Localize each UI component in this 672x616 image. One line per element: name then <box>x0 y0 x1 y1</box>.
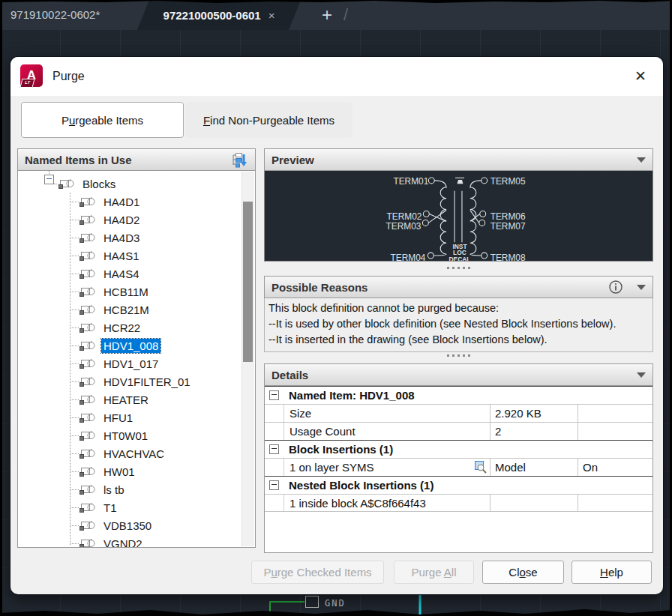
block-icon <box>80 411 96 424</box>
details-cell-value2: On <box>578 459 652 476</box>
tree-item-label: HA4D1 <box>101 195 142 209</box>
terminal-label: TERM01 <box>393 176 428 187</box>
tree-item-HDV1FILTER_01[interactable]: HDV1FILTER_01 <box>18 372 255 390</box>
named-items-tree[interactable]: Blocks HA4D1HA4D2HA4D3HA4S1HA4S4HCB11MHC… <box>17 171 256 548</box>
details-header-label: Details <box>272 369 308 381</box>
tree-item-label: HCR22 <box>101 321 142 335</box>
block-icon <box>80 304 96 316</box>
block-icon <box>80 483 96 496</box>
tree-item-HA4D2[interactable]: HA4D2 <box>18 211 255 229</box>
tree-scrollbar-thumb[interactable] <box>243 202 253 362</box>
info-icon[interactable] <box>608 280 623 295</box>
tree-item-VDB1350[interactable]: VDB1350 <box>18 516 255 534</box>
tree-item-HVACHVAC[interactable]: HVACHVAC <box>18 444 255 462</box>
block-icon <box>80 232 96 244</box>
tree-item-HT0W01[interactable]: HT0W01 <box>18 426 255 444</box>
block-icon <box>80 339 96 352</box>
sort-button[interactable] <box>229 151 248 169</box>
tree-scrollbar[interactable] <box>242 172 254 546</box>
block-icon <box>80 286 96 298</box>
preview-header[interactable]: Preview <box>264 148 653 171</box>
tree-item-HEATER[interactable]: HEATER <box>18 390 255 408</box>
details-header[interactable]: Details <box>264 363 653 386</box>
terminal-label: TERM05 <box>490 176 526 187</box>
tree-item-label: HDV1_008 <box>101 339 160 353</box>
details-group-row[interactable]: Nested Block Insertions (1) <box>265 476 652 494</box>
purge-checked-items-button[interactable]: Purge Checked Items <box>251 561 384 584</box>
tree-item-label: HDV1_017 <box>101 357 160 371</box>
block-icon <box>80 196 96 208</box>
details-indent-cell <box>265 405 284 422</box>
right-panel: Preview <box>264 148 653 553</box>
tree-item-label: HCB11M <box>101 285 151 299</box>
block-icon <box>80 393 96 406</box>
tree-item-ls tb[interactable]: ls tb <box>18 480 255 498</box>
help-button[interactable]: Help <box>572 561 652 584</box>
tree-item-HA4S4[interactable]: HA4S4 <box>18 265 255 283</box>
block-icon <box>80 447 96 460</box>
file-tab-inactive[interactable]: 971910022-0602* <box>10 0 100 30</box>
tree-item-HFU1[interactable]: HFU1 <box>18 408 255 426</box>
details-group-row[interactable]: Named Item: HDV1_008 <box>265 386 652 404</box>
details-row: 1 inside block A$C8f664f43 <box>265 494 652 512</box>
file-tab-active-label: 97221000500-0601 <box>164 9 261 22</box>
reason-line: --It is inserted in the drawing (see Blo… <box>268 332 649 348</box>
tree-item-HCB21M[interactable]: HCB21M <box>18 301 255 318</box>
terminal-label: TERM07 <box>490 221 526 232</box>
details-indent-cell <box>265 459 284 476</box>
reason-line: --It is used by other block definition (… <box>268 316 649 332</box>
collapse-minus-box[interactable] <box>269 444 279 454</box>
details-cell-label: Size <box>290 407 311 420</box>
dialog-close-icon[interactable]: ✕ <box>630 66 651 87</box>
tab-close-icon[interactable]: × <box>268 9 275 22</box>
tree-item-HDV1_008[interactable]: HDV1_008 <box>18 336 255 354</box>
collapse-chevron-icon[interactable] <box>637 157 646 163</box>
green-wire <box>270 602 304 612</box>
details-cell-value: 2.920 KB <box>490 405 578 422</box>
tree-item-HA4S1[interactable]: HA4S1 <box>18 247 255 265</box>
tree-item-HA4D1[interactable]: HA4D1 <box>18 193 255 211</box>
tab-separator-slash: / <box>344 4 348 25</box>
collapse-chevron-icon[interactable] <box>637 372 646 378</box>
tree-item-label: HA4S4 <box>101 267 142 281</box>
tree-item-HA4D3[interactable]: HA4D3 <box>18 229 255 247</box>
collapse-minus-box[interactable] <box>269 480 279 490</box>
tree-item-HW01[interactable]: HW01 <box>18 462 255 480</box>
close-button[interactable]: Close <box>482 561 564 584</box>
details-cell-label: Usage Count <box>290 425 356 438</box>
dialog-titlebar[interactable]: A LT Purge ✕ <box>10 57 663 96</box>
possible-reasons-header[interactable]: Possible Reasons <box>264 276 653 298</box>
collapse-chevron-icon[interactable] <box>637 285 646 290</box>
possible-reasons-header-label: Possible Reasons <box>272 281 368 294</box>
tree-item-HDV1_017[interactable]: HDV1_017 <box>18 354 255 372</box>
terminal-label: TERM02 <box>386 211 422 222</box>
block-icon <box>80 214 96 226</box>
tree-item-label: T1 <box>101 501 119 515</box>
tree-root-blocks[interactable]: Blocks <box>18 175 255 193</box>
zoom-to-icon[interactable] <box>475 461 488 474</box>
tree-item-label: VGND2 <box>101 537 145 549</box>
tab-purgeable-items[interactable]: Purgeable Items <box>21 102 184 138</box>
details-cell-label: 1 inside block A$C8f664f43 <box>290 497 426 510</box>
reasons-splitter-handle[interactable] <box>264 352 653 358</box>
file-tab-bar: 971910022-0602* 97221000500-0601 × + / <box>0 0 672 30</box>
details-group-row[interactable]: Block Insertions (1) <box>265 440 652 458</box>
tree-item-label: HA4D2 <box>101 213 142 227</box>
details-cell-value: 2 <box>490 423 578 440</box>
reason-line: This block definition cannot be purged b… <box>268 301 649 316</box>
tree-root-label: Blocks <box>80 177 118 191</box>
tree-item-label: VDB1350 <box>101 519 154 533</box>
collapse-minus-box[interactable] <box>269 390 279 400</box>
tree-item-HCB11M[interactable]: HCB11M <box>18 283 255 301</box>
preview-splitter-handle[interactable] <box>264 265 653 271</box>
purge-all-button[interactable]: Purge All <box>394 561 474 584</box>
tree-item-T1[interactable]: T1 <box>18 498 255 516</box>
tab-find-non-purgeable-items[interactable]: Find Non-Purgeable Items <box>185 102 352 138</box>
tree-item-VGND2[interactable]: VGND2 <box>18 534 255 548</box>
block-icon <box>80 321 96 334</box>
preview-header-label: Preview <box>272 154 314 166</box>
new-tab-button[interactable]: + <box>315 3 339 27</box>
file-tab-active[interactable]: 97221000500-0601 × <box>137 0 301 30</box>
tree-item-HCR22[interactable]: HCR22 <box>18 318 255 336</box>
tree-item-label: HA4D3 <box>101 231 142 245</box>
